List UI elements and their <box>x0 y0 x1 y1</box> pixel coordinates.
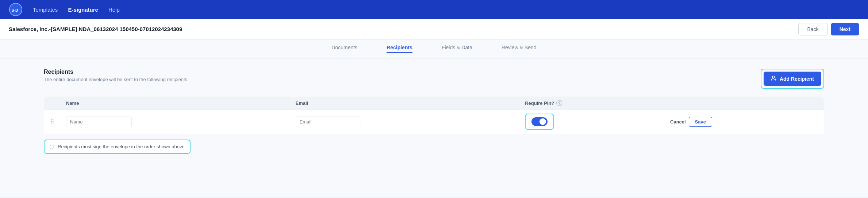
section-info: Recipients The entire document envelope … <box>44 69 189 82</box>
toggle-thumb <box>539 118 546 125</box>
name-input[interactable] <box>66 117 132 127</box>
col-drag <box>44 96 61 110</box>
add-recipient-label: Add Recipient <box>780 76 814 82</box>
save-button[interactable]: Save <box>689 117 712 127</box>
order-row: Recipients must sign the envelope in the… <box>44 140 191 154</box>
header-buttons: Back Next <box>798 23 859 35</box>
drag-handle-icon[interactable]: ⠿ <box>50 119 54 125</box>
name-cell <box>60 110 290 134</box>
require-pin-help-icon[interactable]: ? <box>556 100 562 106</box>
nav-templates[interactable]: Templates <box>33 7 58 13</box>
col-name: Name <box>60 96 290 110</box>
section-description: The entire document envelope will be sen… <box>44 77 189 82</box>
add-recipient-highlight: Add Recipient <box>761 69 824 89</box>
row-actions: Cancel Save <box>670 117 818 127</box>
drag-handle-cell: ⠿ <box>44 110 61 134</box>
require-pin-wrapper <box>525 114 554 130</box>
tab-recipients[interactable]: Recipients <box>387 45 412 53</box>
toggle-track <box>531 117 548 126</box>
email-input[interactable] <box>296 117 361 127</box>
col-email: Email <box>290 96 519 110</box>
require-pin-header-label: Require Pin? <box>525 100 554 106</box>
logo-area: S-D <box>9 3 23 16</box>
tab-documents[interactable]: Documents <box>331 45 357 53</box>
order-dot-icon <box>50 145 54 149</box>
next-button[interactable]: Next <box>831 23 859 35</box>
section-title: Recipients <box>44 69 189 75</box>
svg-text:S-D: S-D <box>12 8 18 12</box>
col-require-pin: Require Pin? ? <box>519 96 664 110</box>
top-navigation: S-D Templates E-signature Help <box>0 0 868 19</box>
step-tabs: Documents Recipients Fields & Data Revie… <box>0 39 868 58</box>
tab-fields-data[interactable]: Fields & Data <box>442 45 472 53</box>
nav-esignature[interactable]: E-signature <box>68 7 98 13</box>
require-pin-cell <box>519 110 664 134</box>
col-actions <box>664 96 824 110</box>
email-cell <box>290 110 519 134</box>
doc-title: Salesforce, Inc.-[SAMPLE] NDA_06132024 1… <box>9 26 182 32</box>
table-header-row: Name Email Require Pin? ? <box>44 96 824 110</box>
table-row: ⠿ <box>44 110 824 134</box>
sdocs-logo: S-D <box>9 3 23 16</box>
back-button[interactable]: Back <box>798 23 828 35</box>
svg-point-2 <box>772 76 775 78</box>
section-header: Recipients The entire document envelope … <box>44 69 824 89</box>
user-plus-icon <box>771 75 777 82</box>
nav-help[interactable]: Help <box>108 7 120 13</box>
header-bar: Salesforce, Inc.-[SAMPLE] NDA_06132024 1… <box>0 19 868 39</box>
add-recipient-button[interactable]: Add Recipient <box>764 72 821 86</box>
main-content: Recipients The entire document envelope … <box>0 58 868 197</box>
actions-cell: Cancel Save <box>664 110 824 134</box>
order-text: Recipients must sign the envelope in the… <box>58 144 185 149</box>
recipients-table: Name Email Require Pin? ? ⠿ <box>44 96 824 134</box>
require-pin-toggle[interactable] <box>531 117 548 126</box>
cancel-button[interactable]: Cancel <box>670 119 686 125</box>
tab-review-send[interactable]: Review & Send <box>502 45 537 53</box>
